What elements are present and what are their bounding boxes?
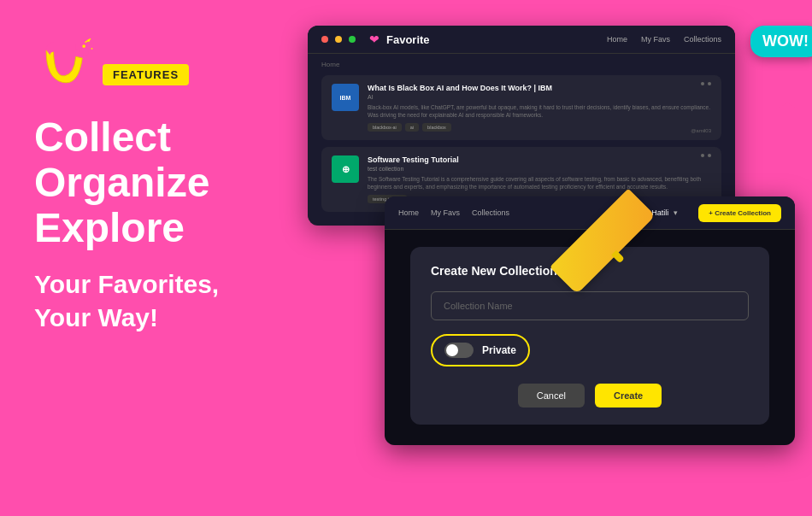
card-ibm-actions bbox=[701, 82, 711, 85]
modal-actions: Cancel Create bbox=[431, 384, 749, 408]
features-badge: FEATURES bbox=[103, 64, 189, 85]
subheadline: Your Favorites, Your Way! bbox=[34, 267, 291, 334]
card-ibm-title: What Is Black Box AI and How Does It Wor… bbox=[368, 84, 711, 92]
bottom-nav-home[interactable]: Home bbox=[398, 208, 419, 217]
wow-bubble: WOW! bbox=[750, 26, 812, 57]
create-collection-button[interactable]: + Create Collection bbox=[698, 204, 781, 222]
private-toggle[interactable] bbox=[444, 343, 474, 358]
dot-yellow bbox=[335, 36, 342, 43]
bottom-app-bar: Home My Favs Collections H Hatili ▾ + Cr… bbox=[385, 196, 795, 230]
card-ibm-author: @amil03 bbox=[691, 128, 711, 133]
st-logo: ⊕ bbox=[332, 155, 359, 183]
nav-myfavs[interactable]: My Favs bbox=[641, 35, 670, 44]
left-section: FEATURES Collect Organize Explore Your F… bbox=[34, 34, 291, 334]
tag-blackbox: blackbox bbox=[422, 123, 451, 132]
card-ibm-info: What Is Black Box AI and How Does It Wor… bbox=[368, 84, 711, 132]
app-nav: Home My Favs Collections bbox=[607, 35, 721, 44]
logo-area: FEATURES bbox=[34, 34, 291, 98]
tag-blackbox-ai: blackbox-ai bbox=[368, 123, 402, 132]
nav-collections[interactable]: Collections bbox=[684, 35, 721, 44]
cancel-button[interactable]: Cancel bbox=[518, 384, 585, 408]
tag-ai: ai bbox=[405, 123, 419, 132]
toggle-label: Private bbox=[482, 344, 516, 356]
card-st-desc: The Software Testing Tutorial is a compr… bbox=[368, 175, 711, 191]
card-ibm-desc: Black-box AI models, like ChatGPT, are p… bbox=[368, 103, 711, 119]
create-button[interactable]: Create bbox=[595, 384, 662, 408]
magnet-icon bbox=[34, 34, 98, 98]
card-ibm: IBM What Is Black Box AI and How Does It… bbox=[321, 75, 721, 140]
bottom-nav-myfavs[interactable]: My Favs bbox=[431, 208, 460, 217]
bookmark-icon bbox=[775, 81, 799, 110]
headline: Collect Organize Explore bbox=[34, 115, 291, 250]
collection-name-input[interactable] bbox=[431, 291, 749, 320]
bottom-nav: Home My Favs Collections bbox=[398, 208, 509, 217]
bottom-nav-collections[interactable]: Collections bbox=[472, 208, 509, 217]
private-toggle-row: Private bbox=[431, 334, 530, 366]
dot-green bbox=[349, 36, 356, 43]
card-ibm-subtitle: AI bbox=[368, 94, 711, 100]
right-section: ❤ Favorite Home My Favs Collections Home… bbox=[282, 0, 812, 516]
heart-icon: ❤ bbox=[369, 32, 380, 46]
dot-red bbox=[321, 36, 328, 43]
top-app-bar: ❤ Favorite Home My Favs Collections bbox=[308, 26, 735, 54]
svg-point-2 bbox=[91, 48, 93, 50]
toggle-knob bbox=[446, 344, 458, 356]
card-ibm-tags: blackbox-ai ai blackbox bbox=[368, 123, 711, 132]
nav-home[interactable]: Home bbox=[607, 35, 627, 44]
user-name: Hatili bbox=[651, 208, 668, 217]
card-st-actions bbox=[701, 154, 711, 157]
app-title: Favorite bbox=[386, 33, 430, 46]
card-st-title: Software Testing Tutorial bbox=[368, 155, 711, 164]
svg-point-0 bbox=[82, 44, 85, 48]
card-st-subtitle: test collection bbox=[368, 166, 711, 172]
breadcrumb: Home bbox=[321, 61, 721, 68]
chevron-down-icon: ▾ bbox=[674, 208, 678, 217]
ibm-logo: IBM bbox=[332, 84, 359, 111]
